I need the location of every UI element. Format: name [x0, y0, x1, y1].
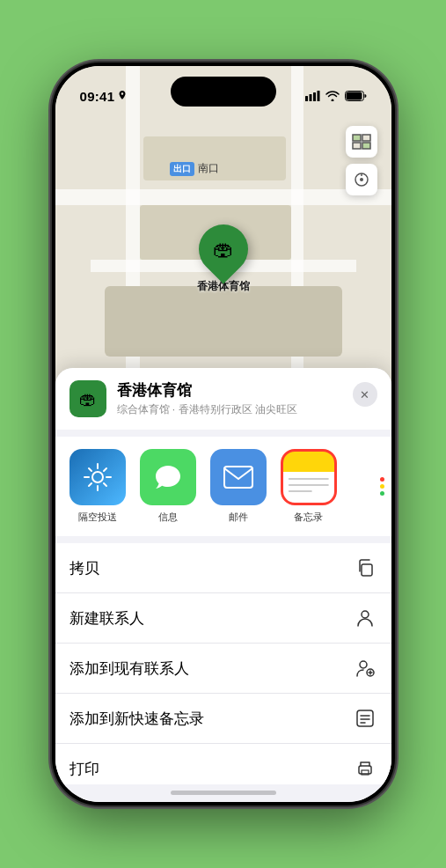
- svg-rect-8: [353, 143, 361, 149]
- signal-icon: [305, 91, 320, 101]
- action-print[interactable]: 打印: [55, 744, 391, 784]
- venue-card-left: 🏟 香港体育馆 综合体育馆 · 香港特别行政区 油尖旺区: [69, 380, 297, 417]
- svg-rect-1: [309, 94, 311, 101]
- action-print-label: 打印: [69, 759, 99, 779]
- svg-point-16: [362, 611, 369, 618]
- map-controls: [346, 126, 377, 195]
- share-item-notes[interactable]: 备忘录: [281, 449, 337, 524]
- svg-point-13: [92, 472, 103, 482]
- share-item-messages[interactable]: 信息: [140, 449, 196, 524]
- share-items: 隔空投送 信息: [55, 449, 351, 524]
- battery-icon: [345, 91, 367, 101]
- action-copy[interactable]: 拷贝: [55, 543, 391, 593]
- copy-icon: [353, 555, 377, 580]
- share-item-airdrop[interactable]: 隔空投送: [69, 449, 126, 524]
- venue-info: 香港体育馆 综合体育馆 · 香港特别行政区 油尖旺区: [117, 380, 297, 417]
- airdrop-icon: [69, 449, 126, 505]
- action-new-contact-label: 新建联系人: [69, 608, 144, 629]
- status-time: 09:41: [80, 89, 115, 104]
- person-add-icon: [353, 656, 377, 680]
- dot-red: [380, 477, 384, 482]
- share-more-indicator: [356, 437, 391, 536]
- print-icon: [353, 756, 377, 781]
- action-copy-label: 拷贝: [69, 558, 99, 578]
- location-icon: [118, 91, 127, 101]
- phone-screen: 09:41 出口 南口: [55, 66, 391, 802]
- home-indicator: [171, 791, 276, 795]
- action-new-contact[interactable]: 新建联系人: [55, 593, 391, 644]
- marker-pin: 🏟: [188, 214, 258, 283]
- note-icon: [353, 706, 377, 731]
- venue-marker[interactable]: 🏟 香港体育馆: [197, 224, 250, 294]
- map-entrance-label: 出口 南口: [170, 161, 219, 176]
- action-add-existing-label: 添加到现有联系人: [69, 658, 189, 679]
- venue-subtitle: 综合体育馆 · 香港特别行政区 油尖旺区: [117, 402, 297, 417]
- location-button[interactable]: [346, 164, 377, 195]
- dot-green: [380, 491, 384, 496]
- notes-label: 备忘录: [294, 511, 323, 524]
- action-list: 拷贝 新建联系人: [55, 543, 391, 784]
- svg-point-11: [360, 178, 363, 181]
- action-quick-note[interactable]: 添加到新快速备忘录: [55, 694, 391, 744]
- venue-icon: 🏟: [69, 380, 106, 417]
- dot-yellow: [380, 484, 384, 489]
- dynamic-island: [171, 77, 276, 107]
- svg-rect-2: [313, 92, 316, 101]
- map-type-icon: [352, 134, 371, 150]
- svg-rect-14: [224, 467, 252, 488]
- svg-point-17: [360, 661, 367, 668]
- map-type-button[interactable]: [346, 126, 377, 158]
- bottom-sheet: 🏟 香港体育馆 综合体育馆 · 香港特别行政区 油尖旺区 ✕: [55, 368, 391, 802]
- action-quick-note-label: 添加到新快速备忘录: [69, 709, 204, 729]
- svg-rect-5: [346, 92, 362, 100]
- compass-icon: [354, 172, 369, 188]
- svg-rect-15: [362, 564, 372, 576]
- messages-label: 信息: [158, 511, 178, 524]
- person-icon: [353, 606, 377, 630]
- svg-rect-9: [362, 143, 370, 149]
- action-add-existing[interactable]: 添加到现有联系人: [55, 644, 391, 694]
- mail-icon: [210, 449, 267, 505]
- share-item-mail[interactable]: 邮件: [210, 449, 267, 524]
- close-button[interactable]: ✕: [353, 382, 377, 407]
- svg-rect-7: [362, 135, 370, 141]
- messages-icon: [140, 449, 196, 505]
- share-row: 隔空投送 信息: [55, 437, 391, 536]
- svg-rect-6: [353, 135, 361, 141]
- entrance-box: 出口: [170, 162, 194, 176]
- venue-title: 香港体育馆: [117, 380, 297, 401]
- svg-rect-3: [317, 91, 319, 101]
- entrance-text: 南口: [198, 161, 219, 176]
- svg-rect-21: [357, 710, 373, 726]
- status-icons: [305, 91, 367, 101]
- wifi-icon: [325, 91, 340, 101]
- venue-card: 🏟 香港体育馆 综合体育馆 · 香港特别行政区 油尖旺区 ✕: [55, 368, 391, 430]
- airdrop-label: 隔空投送: [78, 511, 117, 524]
- phone-frame: 09:41 出口 南口: [52, 63, 395, 805]
- notes-icon: [281, 449, 337, 505]
- svg-rect-0: [305, 96, 308, 101]
- mail-label: 邮件: [229, 511, 248, 524]
